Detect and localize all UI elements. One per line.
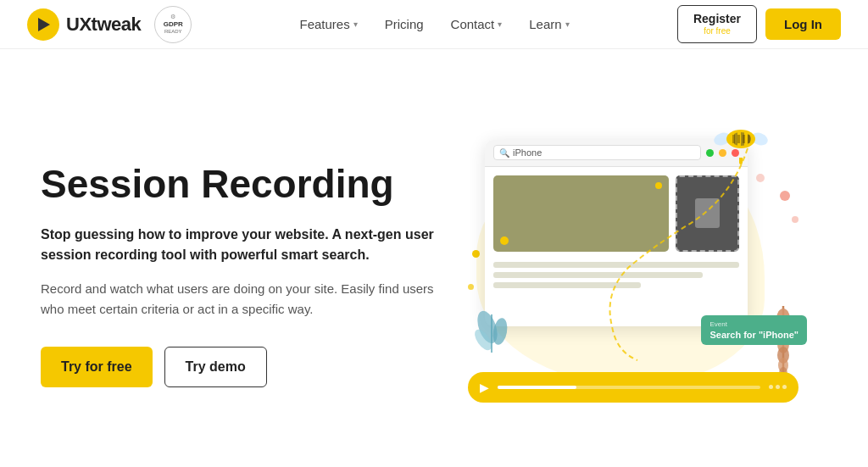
event-label: Event <box>709 320 798 328</box>
gdpr-sub: READY <box>164 29 182 35</box>
browser-main-panel <box>493 175 669 252</box>
nav-contact[interactable]: Contact ▾ <box>441 10 513 38</box>
chevron-down-icon-3: ▾ <box>565 19 570 29</box>
login-button[interactable]: Log In <box>765 8 841 40</box>
register-button[interactable]: Register for free <box>677 5 757 43</box>
nav-features[interactable]: Features ▾ <box>290 10 368 38</box>
content-right: 🔍 iPhone <box>448 83 827 467</box>
hero-description: Record and watch what users are doing on… <box>41 279 448 320</box>
decor-dot-5 <box>468 284 474 290</box>
play-icon[interactable]: ▶ <box>480 381 489 394</box>
navbar: UXtweak ⚙ GDPR READY Features ▾ Pricing … <box>0 0 868 49</box>
browser-lines <box>493 259 739 288</box>
browser-content <box>485 167 748 297</box>
register-sub: for free <box>693 26 741 36</box>
video-dots <box>769 385 787 389</box>
navbar-nav: Features ▾ Pricing Contact ▾ Learn ▾ <box>290 10 580 38</box>
gdpr-title: GDPR <box>164 20 183 29</box>
progress-fill <box>498 386 576 389</box>
nav-learn-label: Learn <box>529 17 561 31</box>
browser-panels <box>493 175 739 252</box>
decor-dot-4 <box>472 250 480 258</box>
illustration: 🔍 iPhone <box>459 114 815 436</box>
blue-leaf-group <box>475 297 517 360</box>
try-demo-button[interactable]: Try demo <box>164 347 267 387</box>
browser-thumb-panel <box>676 175 739 252</box>
nav-learn[interactable]: Learn ▾ <box>519 10 579 38</box>
hero-subtitle: Stop guessing how to improve your websit… <box>41 225 448 265</box>
bee-illustration <box>722 123 765 157</box>
chevron-down-icon: ▾ <box>353 19 358 29</box>
decor-dot-2 <box>792 216 798 223</box>
navbar-right: Register for free Log In <box>677 5 841 43</box>
decor-dot-3 <box>756 174 765 182</box>
browser-window: 🔍 iPhone <box>485 140 748 326</box>
navbar-left: UXtweak ⚙ GDPR READY <box>27 6 192 43</box>
progress-track[interactable] <box>498 386 760 389</box>
browser-search-bar: 🔍 iPhone <box>493 145 701 160</box>
browser-bar: 🔍 iPhone <box>485 140 748 167</box>
content-left: Session Recording Stop guessing how to i… <box>41 163 448 387</box>
event-tooltip: Event Search for "iPhone" <box>701 315 807 345</box>
video-dot-2 <box>776 385 780 389</box>
nav-pricing-label: Pricing <box>385 17 424 31</box>
gdpr-badge: ⚙ GDPR READY <box>154 6 192 43</box>
bee-body <box>726 130 755 148</box>
video-bar: ▶ <box>468 372 798 403</box>
hero-title: Session Recording <box>41 163 448 206</box>
browser-line-3 <box>493 282 641 288</box>
nav-pricing[interactable]: Pricing <box>375 10 434 38</box>
chevron-down-icon-2: ▾ <box>498 19 502 29</box>
logo-icon <box>27 8 59 41</box>
try-for-free-button[interactable]: Try for free <box>41 347 153 387</box>
event-value: Search for "iPhone" <box>709 330 798 340</box>
main-content: Session Recording Stop guessing how to i… <box>0 49 868 467</box>
register-label: Register <box>693 12 741 26</box>
browser-search-text: iPhone <box>513 147 542 158</box>
nav-features-label: Features <box>300 17 350 31</box>
cta-buttons: Try for free Try demo <box>41 347 448 387</box>
logo[interactable]: UXtweak <box>27 8 141 41</box>
video-dot-1 <box>769 385 773 389</box>
browser-dot-green <box>706 149 714 157</box>
decor-dot-1 <box>780 191 790 201</box>
browser-line-2 <box>493 272 703 278</box>
search-icon: 🔍 <box>499 148 509 158</box>
logo-text: UXtweak <box>66 14 141 36</box>
browser-line-1 <box>493 262 739 268</box>
video-dot-3 <box>782 385 787 389</box>
nav-contact-label: Contact <box>451 17 495 31</box>
